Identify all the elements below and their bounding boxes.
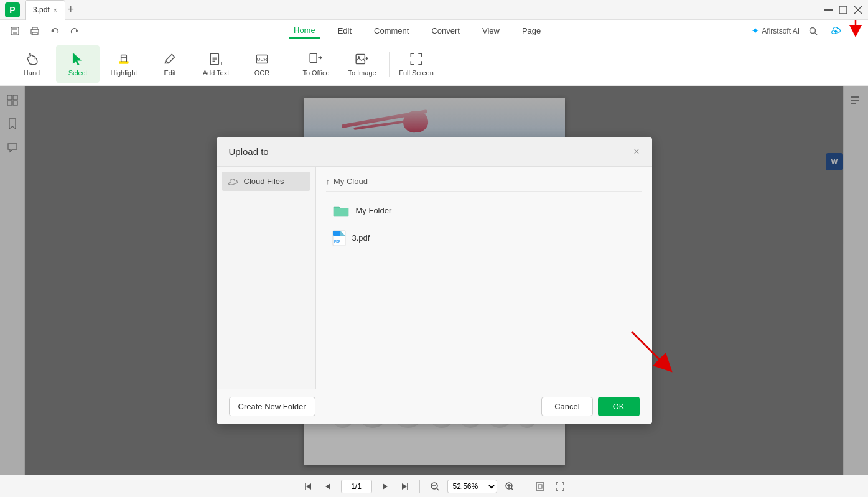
bottom-sep-2 <box>525 480 525 493</box>
arrow-hint <box>849 25 862 37</box>
to-image-tool[interactable]: To Image <box>340 45 384 83</box>
redo-btn[interactable] <box>66 22 83 40</box>
maximize-btn[interactable] <box>838 5 848 15</box>
folder-item-myfolder[interactable]: My Folder <box>326 199 642 223</box>
menu-bar: Home Edit Comment Convert View Page ✦ Af… <box>0 20 868 42</box>
modal-overlay: Upload to × Cloud Files <box>0 86 868 475</box>
print-btn[interactable] <box>26 22 44 40</box>
zoom-out-btn[interactable] <box>427 479 442 494</box>
svg-marker-53 <box>402 483 407 490</box>
addtext-tool[interactable]: + Add Text <box>194 45 238 83</box>
select-label: Select <box>68 69 88 77</box>
svg-point-34 <box>358 56 360 58</box>
svg-rect-11 <box>32 32 37 35</box>
modal-footer-actions: Cancel OK <box>541 397 639 416</box>
title-bar: P 3.pdf × + <box>0 0 868 20</box>
file-name: 3.pdf <box>352 233 370 243</box>
next-page-btn[interactable] <box>377 479 392 494</box>
last-page-btn[interactable] <box>397 479 412 494</box>
breadcrumb-up-icon[interactable]: ↑ <box>326 177 330 186</box>
folder-name: My Folder <box>356 206 392 215</box>
fullscreen-bottom-btn[interactable] <box>553 479 567 494</box>
cloud-upload-btn[interactable] <box>827 22 844 40</box>
minimize-btn[interactable] <box>823 5 833 15</box>
modal-breadcrumb: ↑ My Cloud <box>326 177 642 192</box>
svg-rect-3 <box>839 6 847 14</box>
first-page-btn[interactable] <box>301 479 316 494</box>
modal-title: Upload to <box>229 146 269 157</box>
menu-edit[interactable]: Edit <box>333 24 357 38</box>
close-window-btn[interactable] <box>853 5 863 15</box>
toolbar-sep-1 <box>289 52 289 77</box>
menu-convert[interactable]: Convert <box>426 24 465 38</box>
window-controls <box>823 5 863 15</box>
menu-view[interactable]: View <box>477 24 505 38</box>
select-tool[interactable]: Select <box>56 45 100 83</box>
save-btn[interactable] <box>6 22 24 40</box>
svg-rect-8 <box>13 32 17 35</box>
svg-rect-62 <box>538 485 542 488</box>
menu-nav: Home Edit Comment Convert View Page <box>86 23 749 39</box>
edit-tool[interactable]: Edit <box>148 45 192 83</box>
svg-marker-17 <box>834 30 838 32</box>
zoom-in-btn[interactable] <box>502 479 517 494</box>
tab-title: 3.pdf <box>33 6 50 14</box>
folder-icon <box>332 204 350 218</box>
svg-text:P: P <box>9 5 15 15</box>
create-folder-btn[interactable]: Create New Folder <box>229 397 315 416</box>
svg-text:PDF: PDF <box>334 239 340 243</box>
to-office-tool[interactable]: To Office <box>294 45 338 83</box>
svg-line-15 <box>815 32 818 35</box>
active-tab[interactable]: 3.pdf × <box>25 0 65 20</box>
fit-page-btn[interactable] <box>533 479 548 494</box>
svg-line-60 <box>511 488 513 490</box>
highlight-tool[interactable]: Highlight <box>102 45 146 83</box>
svg-line-56 <box>437 488 439 490</box>
ai-star-icon: ✦ <box>751 25 759 37</box>
app-logo: P <box>5 2 20 17</box>
svg-rect-30 <box>310 53 317 62</box>
ai-button[interactable]: ✦ Afirstsoft AI <box>751 25 800 37</box>
modal-main: ↑ My Cloud My Folder <box>316 167 652 389</box>
modal-sidebar: Cloud Files <box>217 167 316 389</box>
ocr-tool[interactable]: OCR OCR <box>240 45 284 83</box>
edit-label: Edit <box>164 69 176 77</box>
svg-text:OCR: OCR <box>257 57 268 62</box>
svg-marker-18 <box>73 53 81 65</box>
fullscreen-label: Full Screen <box>399 69 434 77</box>
svg-rect-10 <box>32 27 37 30</box>
svg-rect-61 <box>536 483 544 490</box>
modal-header: Upload to × <box>217 137 652 167</box>
prev-page-btn[interactable] <box>321 479 336 494</box>
to-office-label: To Office <box>302 69 329 77</box>
ok-btn[interactable]: OK <box>598 397 640 416</box>
tab-close-btn[interactable]: × <box>54 7 57 14</box>
pdf-file-icon: PDF <box>332 230 346 246</box>
file-item-3pdf[interactable]: PDF 3.pdf <box>326 225 642 251</box>
toolbar: Hand Select Highlight Edit + Add Text OC… <box>0 42 868 86</box>
modal-close-btn[interactable]: × <box>633 146 639 157</box>
cloud-files-label: Cloud Files <box>244 177 284 186</box>
ai-label: Afirstsoft AI <box>762 27 800 35</box>
page-input[interactable] <box>341 480 372 493</box>
menu-page[interactable]: Page <box>517 24 546 38</box>
highlight-label: Highlight <box>111 69 138 77</box>
svg-rect-2 <box>824 9 833 11</box>
to-image-label: To Image <box>348 69 376 77</box>
cancel-btn[interactable]: Cancel <box>541 397 592 416</box>
svg-marker-49 <box>306 483 311 490</box>
menu-comment[interactable]: Comment <box>369 24 414 38</box>
fullscreen-tool[interactable]: Full Screen <box>394 45 438 83</box>
menu-home[interactable]: Home <box>289 23 320 39</box>
addtext-label: Add Text <box>203 69 230 77</box>
undo-btn[interactable] <box>46 22 63 40</box>
cloud-files-item[interactable]: Cloud Files <box>222 172 310 191</box>
new-tab-btn[interactable]: + <box>68 3 75 16</box>
svg-rect-20 <box>121 55 127 62</box>
zoom-select[interactable]: 52.56% <box>447 480 497 493</box>
ocr-label: OCR <box>254 69 269 77</box>
svg-marker-51 <box>383 483 388 490</box>
hand-tool[interactable]: Hand <box>10 45 54 83</box>
search-btn[interactable] <box>805 22 822 40</box>
svg-rect-46 <box>333 231 340 236</box>
